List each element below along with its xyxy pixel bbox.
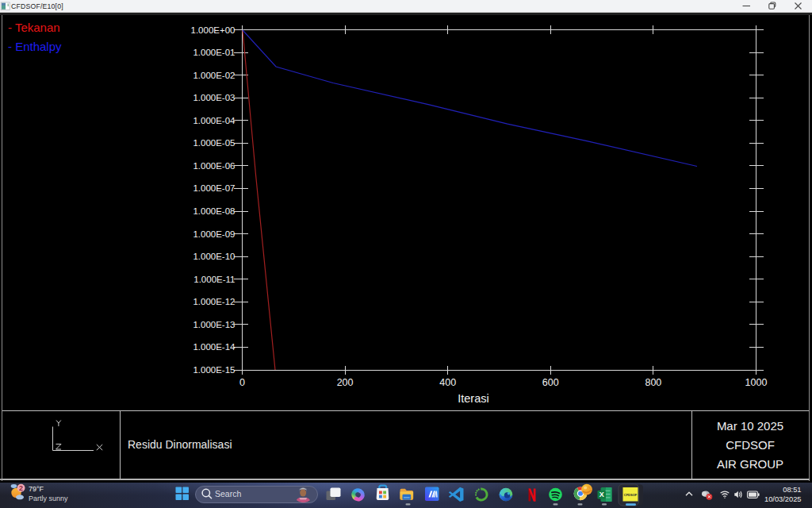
svg-text:Partly sunny: Partly sunny (29, 495, 68, 502)
svg-text:1.000E-02: 1.000E-02 (193, 71, 235, 80)
svg-text:1.000E-01: 1.000E-01 (193, 48, 235, 57)
svg-text:Search: Search (215, 489, 241, 498)
svg-text:1.000E-07: 1.000E-07 (193, 183, 235, 193)
svg-text:1.000E-12: 1.000E-12 (193, 297, 235, 306)
svg-text:1000: 1000 (745, 377, 768, 388)
svg-text:CFDSOF: CFDSOF (726, 438, 775, 452)
svg-text:2: 2 (19, 484, 23, 492)
svg-text:1.000E-10: 1.000E-10 (193, 252, 235, 261)
svg-text:Residu Dinormalisasi: Residu Dinormalisasi (128, 438, 232, 451)
svg-text:1.000E-06: 1.000E-06 (193, 161, 235, 171)
svg-text:10/03/2025: 10/03/2025 (764, 495, 802, 503)
svg-text:600: 600 (542, 377, 559, 388)
svg-text:- Enthalpy: - Enthalpy (8, 40, 62, 53)
svg-text:79°F: 79°F (29, 485, 44, 493)
svg-text:400: 400 (439, 377, 456, 388)
svg-text:200: 200 (337, 377, 354, 388)
svg-text:1.000E+00: 1.000E+00 (191, 25, 236, 35)
svg-text:08:51: 08:51 (783, 486, 801, 494)
svg-text:Mar 10 2025: Mar 10 2025 (717, 419, 783, 433)
svg-text:1.000E-09: 1.000E-09 (193, 229, 235, 239)
svg-text:1.000E-11: 1.000E-11 (193, 275, 235, 284)
svg-text:800: 800 (645, 377, 661, 388)
svg-text:X: X (599, 491, 604, 498)
svg-text:1.000E-04: 1.000E-04 (193, 116, 236, 125)
svg-text:1.000E-14: 1.000E-14 (193, 342, 236, 352)
svg-text:AIR GROUP: AIR GROUP (717, 457, 783, 471)
svg-text:1.000E-13: 1.000E-13 (193, 320, 235, 329)
svg-text:1.000E-03: 1.000E-03 (193, 93, 235, 102)
svg-text:CFDSOF: CFDSOF (624, 493, 638, 497)
svg-text:1.000E-08: 1.000E-08 (193, 206, 235, 216)
svg-text:0: 0 (239, 377, 245, 388)
svg-text:1.000E-05: 1.000E-05 (193, 138, 235, 148)
svg-text:Iterasi: Iterasi (458, 392, 489, 405)
svg-text:- Tekanan: - Tekanan (8, 21, 60, 34)
svg-text:1.000E-15: 1.000E-15 (193, 365, 235, 375)
